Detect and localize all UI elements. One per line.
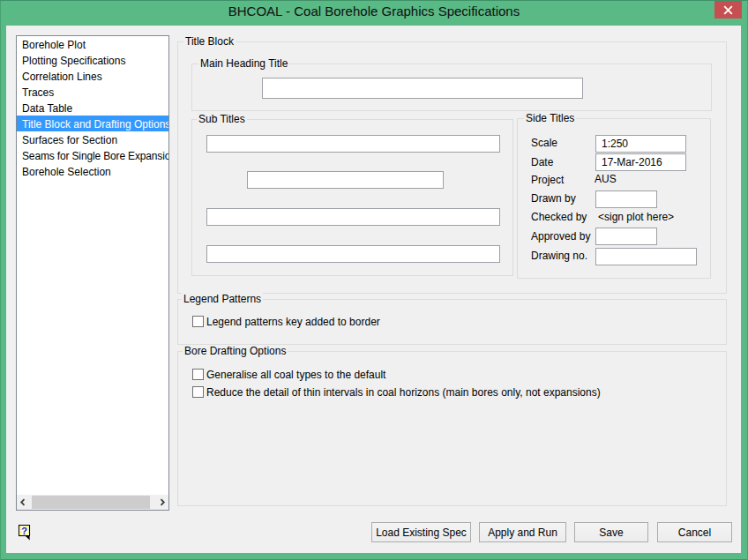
svg-text:?: ?: [21, 526, 27, 536]
